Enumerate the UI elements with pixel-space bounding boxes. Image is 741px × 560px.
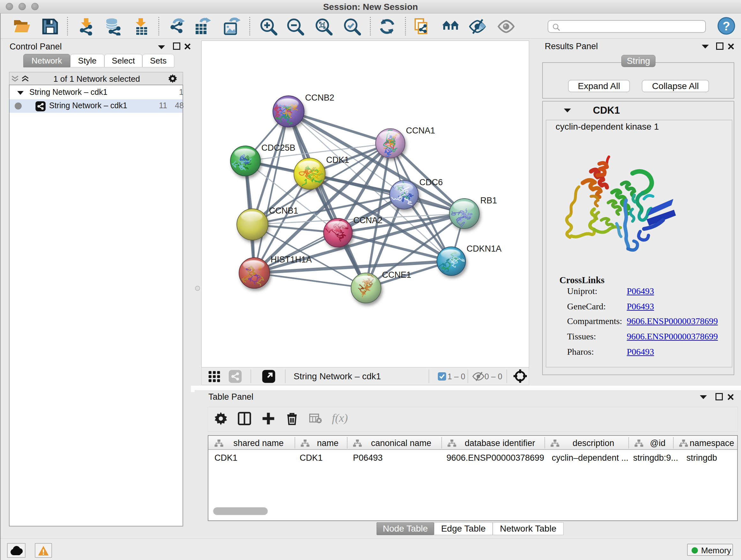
svg-text:CCNB2: CCNB2 xyxy=(305,93,334,103)
svg-text:CDC25B: CDC25B xyxy=(261,143,295,152)
svg-text:CDKN1A: CDKN1A xyxy=(467,244,502,253)
svg-text:CDC6: CDC6 xyxy=(419,178,443,187)
svg-text:CCNE1: CCNE1 xyxy=(382,270,411,280)
svg-text:?: ? xyxy=(723,19,730,33)
svg-text:CCNB1: CCNB1 xyxy=(269,206,298,215)
svg-text:RB1: RB1 xyxy=(480,196,497,205)
svg-text:HIST1H1A: HIST1H1A xyxy=(271,255,312,264)
svg-text:CCNA2: CCNA2 xyxy=(353,215,383,225)
svg-text:CCNA1: CCNA1 xyxy=(406,126,435,135)
svg-text:CDK1: CDK1 xyxy=(326,155,349,165)
